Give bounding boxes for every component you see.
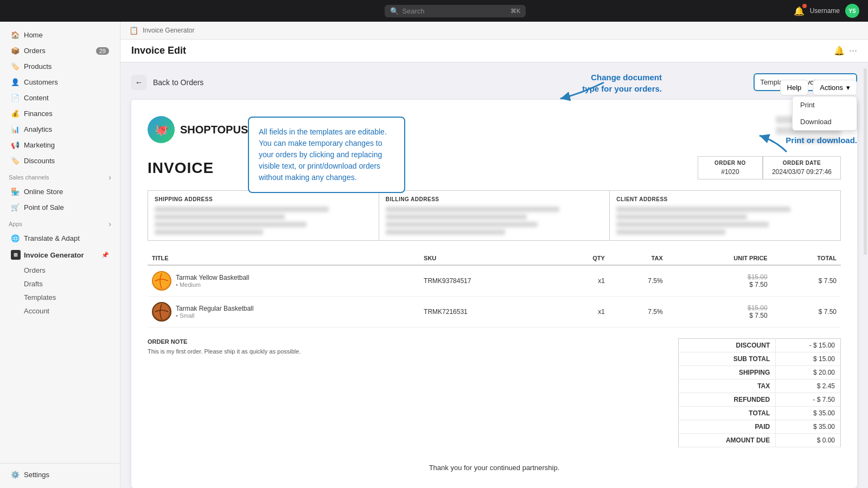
line-items-table: TITLE SKU QTY TAX UNIT PRICE TOTAL <box>148 252 841 328</box>
sidebar-item-finances[interactable]: 💰 Finances <box>3 106 117 121</box>
item-1-price-strike: $15.00 <box>748 273 768 281</box>
back-button[interactable]: ← <box>131 75 146 90</box>
page-breadcrumb: 📋 Invoice Generator <box>120 22 868 40</box>
billing-blur-4 <box>386 229 505 235</box>
total-label: AMOUNT DUE <box>679 434 776 447</box>
actions-dropdown: Print Download <box>792 96 857 131</box>
table-row: Tarmak Yellow Basketball • Medium TRMK93… <box>148 265 841 297</box>
sidebar-item-customers[interactable]: 👤 Customers <box>3 75 117 89</box>
sidebar-item-home[interactable]: 🏠 Home <box>3 28 117 42</box>
invoice-toolbar: ← Back to Orders Templates: Invoice Quot… <box>131 73 857 91</box>
client-address-content <box>616 207 834 235</box>
back-to-orders-link[interactable]: Back to Orders <box>153 78 203 87</box>
sidebar-item-translate[interactable]: 🌐 Translate & Adapt <box>3 231 117 246</box>
main-layout: 🏠 Home 📦 Orders 29 🏷️ Products 👤 Custome… <box>0 22 868 488</box>
invoice-doc-type[interactable]: INVOICE <box>148 159 214 177</box>
scrollbar[interactable] <box>864 68 867 255</box>
total-row-subtotal: SUB TOTAL $ 15.00 <box>679 352 841 366</box>
help-button[interactable]: Help <box>780 80 809 95</box>
actions-chevron-icon: ▾ <box>846 84 850 92</box>
sidebar-item-analytics[interactable]: 📊 Analytics <box>3 122 117 137</box>
search-icon: 🔍 <box>390 7 399 15</box>
actions-download-item[interactable]: Download <box>793 113 857 130</box>
sidebar-sub-account[interactable]: Account <box>3 305 117 317</box>
item-2-title-wrapper: Tarmak Regular Basketball • Small <box>152 302 415 322</box>
page-title-bar: Invoice Edit 🔔 ··· <box>120 40 868 62</box>
shipping-address-col: SHIPPING ADDRESS <box>148 190 379 241</box>
search-placeholder: Search <box>402 7 424 15</box>
online-store-icon: 🏪 <box>11 188 20 196</box>
item-2-unit-price: $15.00 $ 7.50 <box>667 297 772 328</box>
actions-button[interactable]: Actions ▾ <box>813 80 857 95</box>
order-date-box: ORDER DATE 2024/03/07 09:27:46 <box>763 156 841 179</box>
sidebar-item-label: Marketing <box>24 141 55 149</box>
item-2-name[interactable]: Tarmak Regular Basketball <box>176 305 253 312</box>
sidebar-item-invoice-generator[interactable]: ⊞ Invoice Generator 📌 <box>3 247 117 263</box>
shipping-address-content <box>155 207 372 235</box>
item-1-tax: 7.5% <box>609 265 667 297</box>
total-label: DISCOUNT <box>679 339 776 352</box>
sidebar-sub-templates[interactable]: Templates <box>3 291 117 304</box>
company-name[interactable]: SHOPTOPUS <box>180 124 248 136</box>
order-no-value[interactable]: #1020 <box>707 168 754 176</box>
order-date-value[interactable]: 2024/03/07 09:27:46 <box>772 168 832 176</box>
sidebar-item-label: Analytics <box>24 125 52 133</box>
search-bar[interactable]: 🔍 Search ⌘K <box>385 5 526 17</box>
sidebar-footer: ⚙️ Settings <box>0 463 120 483</box>
back-arrow-icon: ← <box>135 78 143 87</box>
sidebar-item-discounts[interactable]: 🏷️ Discounts <box>3 153 117 168</box>
total-row-amount-due: AMOUNT DUE $ 0.00 <box>679 434 841 447</box>
item-2-sku[interactable]: TRMK7216531 <box>419 297 558 328</box>
sub-templates-label: Templates <box>24 293 56 301</box>
total-value: $ 2.45 <box>776 380 841 393</box>
item-2-title-cell: Tarmak Regular Basketball • Small <box>148 297 419 328</box>
invoice-container: ← Back to Orders Templates: Invoice Quot… <box>120 62 868 488</box>
sidebar-sub-orders[interactable]: Orders <box>3 264 117 277</box>
item-1-name[interactable]: Tarmak Yellow Basketball <box>176 274 249 281</box>
total-row-refunded: REFUNDED - $ 7.50 <box>679 393 841 407</box>
shipping-blur-3 <box>155 222 307 227</box>
sidebar-item-label: Online Store <box>24 188 63 196</box>
item-2-info: Tarmak Regular Basketball • Small <box>176 305 253 319</box>
top-bar: 🔍 Search ⌘K 🔔 Username YS <box>0 0 868 22</box>
arrow-icon <box>749 130 792 157</box>
invoice-gen-icon: ⊞ <box>11 250 21 260</box>
item-2-price-strike: $15.00 <box>748 304 768 312</box>
item-1-image <box>152 271 171 291</box>
shipping-address-label: SHIPPING ADDRESS <box>155 196 372 202</box>
item-1-title-cell: Tarmak Yellow Basketball • Medium <box>148 265 419 297</box>
total-label: TOTAL <box>679 407 776 420</box>
notification-bell[interactable]: 🔔 <box>794 6 805 16</box>
order-no-box: ORDER NO #1020 <box>698 156 763 179</box>
svg-point-0 <box>154 273 169 288</box>
item-1-sku[interactable]: TRMK93784517 <box>419 265 558 297</box>
sidebar-sub-drafts[interactable]: Drafts <box>3 278 117 290</box>
billing-blur-1 <box>386 207 560 212</box>
avatar[interactable]: YS <box>845 4 859 18</box>
actions-print-item[interactable]: Print <box>793 97 857 113</box>
more-options-icon[interactable]: ··· <box>849 45 857 56</box>
client-address-col: CLIENT ADDRESS <box>610 190 841 241</box>
sidebar-item-orders[interactable]: 📦 Orders 29 <box>3 43 117 58</box>
item-2-tax: 7.5% <box>609 297 667 328</box>
billing-blur-2 <box>386 214 527 220</box>
invoice-logo: 🐙 SHOPTOPUS <box>148 116 248 143</box>
pos-icon: 🛒 <box>11 203 20 211</box>
sidebar-item-settings[interactable]: ⚙️ Settings <box>3 467 117 482</box>
sidebar-item-content[interactable]: 📄 Content <box>3 91 117 105</box>
order-note-text[interactable]: This is my first order. Please ship it a… <box>148 348 667 355</box>
actions-label: Actions <box>820 84 843 92</box>
totals-table: DISCOUNT - $ 15.00 SUB TOTAL $ 15.00 SHI… <box>678 338 841 447</box>
sidebar-item-online-store[interactable]: 🏪 Online Store <box>3 184 117 199</box>
sidebar-item-pos[interactable]: 🛒 Point of Sale <box>3 200 117 215</box>
item-1-unit-price: $15.00 $ 7.50 <box>667 265 772 297</box>
settings-icon: ⚙️ <box>11 471 20 479</box>
sidebar-item-marketing[interactable]: 📢 Marketing <box>3 138 117 152</box>
sidebar-item-label: Point of Sale <box>24 203 64 211</box>
order-no-label: ORDER NO <box>707 160 754 166</box>
orders-badge: 29 <box>96 47 109 55</box>
sidebar-item-products[interactable]: 🏷️ Products <box>3 59 117 74</box>
client-blur-3 <box>616 222 768 227</box>
total-value: $ 15.00 <box>776 352 841 366</box>
total-value: $ 35.00 <box>776 420 841 434</box>
